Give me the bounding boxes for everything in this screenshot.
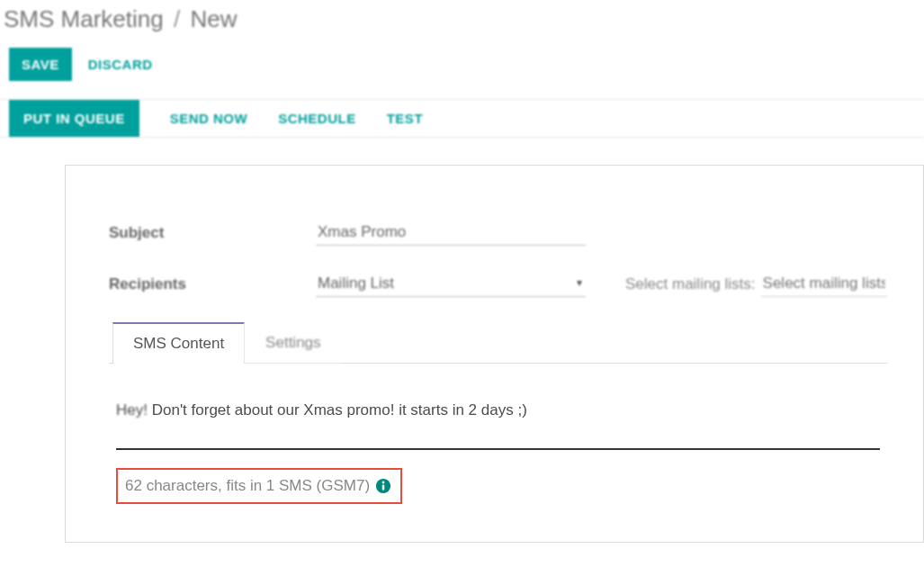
subject-input[interactable] <box>316 220 586 246</box>
schedule-button[interactable]: SCHEDULE <box>278 100 356 137</box>
tabs: SMS Content Settings Hey! Don't forget a… <box>109 322 887 504</box>
sms-textarea[interactable]: Hey! Don't forget about our Xmas promo! … <box>116 383 880 450</box>
sms-content-panel: Hey! Don't forget about our Xmas promo! … <box>109 364 887 504</box>
form-sheet: Subject Recipients ▾ Select mailing list… <box>65 165 924 543</box>
mailing-list-select: Select mailing lists: <box>625 271 887 297</box>
chevron-down-icon[interactable]: ▾ <box>577 276 582 289</box>
tab-settings[interactable]: Settings <box>245 322 341 363</box>
breadcrumb-current: New <box>190 5 237 32</box>
discard-button[interactable]: DISCARD <box>88 48 153 81</box>
mailing-select-label: Select mailing lists: <box>625 275 756 293</box>
char-count-text: 62 characters, fits in 1 SMS (GSM7) <box>125 477 370 495</box>
save-button[interactable]: SAVE <box>9 48 72 81</box>
recipients-dropdown[interactable]: ▾ <box>316 271 586 297</box>
top-buttons-row: SAVE DISCARD <box>0 35 924 99</box>
info-icon[interactable] <box>375 478 391 494</box>
subject-label: Subject <box>109 224 316 242</box>
recipients-row: Recipients ▾ Select mailing lists: <box>109 271 887 297</box>
tab-sms-content[interactable]: SMS Content <box>112 322 245 364</box>
breadcrumb: SMS Marketing / New <box>0 0 924 35</box>
sms-body-part1: Hey! <box>116 401 148 419</box>
send-now-button[interactable]: SEND NOW <box>170 100 248 137</box>
breadcrumb-root[interactable]: SMS Marketing <box>4 5 164 32</box>
put-in-queue-button[interactable]: PUT IN QUEUE <box>9 100 139 137</box>
subject-row: Subject <box>109 220 887 246</box>
recipients-input[interactable] <box>316 271 586 297</box>
test-button[interactable]: TEST <box>387 100 423 137</box>
svg-rect-2 <box>382 484 385 490</box>
char-count-highlight: 62 characters, fits in 1 SMS (GSM7) <box>116 468 402 504</box>
svg-point-1 <box>382 482 385 484</box>
recipients-label: Recipients <box>109 275 316 293</box>
action-bar: PUT IN QUEUE SEND NOW SCHEDULE TEST <box>0 99 924 138</box>
breadcrumb-separator: / <box>174 5 180 32</box>
mailing-select-input[interactable] <box>761 271 887 297</box>
sms-body-part2: Don't forget about our Xmas promo! it st… <box>148 401 527 418</box>
